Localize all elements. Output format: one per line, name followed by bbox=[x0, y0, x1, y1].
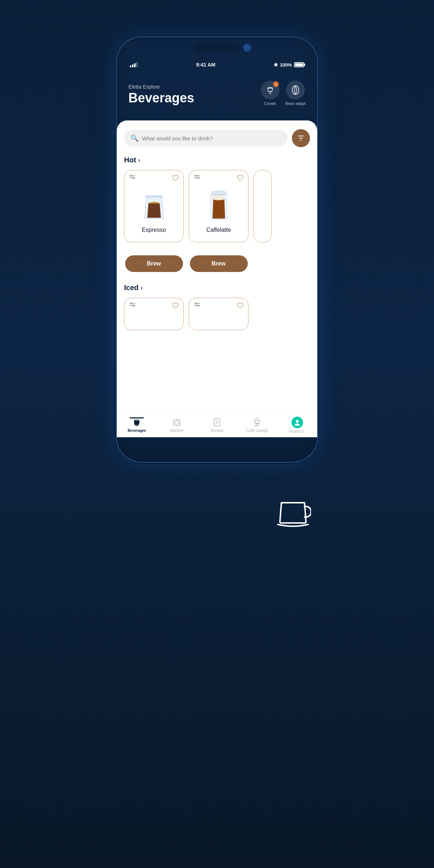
search-input[interactable] bbox=[142, 135, 281, 141]
svg-rect-21 bbox=[174, 420, 180, 426]
heart-icon-iced-2 bbox=[237, 302, 244, 309]
espresso-brew-container: Brew bbox=[124, 250, 184, 272]
svg-point-4 bbox=[133, 177, 134, 179]
nav-coffe-lounge-label: Coffe Lounge bbox=[246, 429, 268, 433]
heart-icon bbox=[172, 175, 179, 181]
caffelatte-heart-icon[interactable] bbox=[237, 175, 244, 183]
nav-machine-label: Machine bbox=[170, 429, 184, 433]
header-actions: + Create bbox=[261, 81, 306, 106]
bottom-nav: Beverages Machine bbox=[117, 413, 317, 437]
lounge-nav-icon bbox=[252, 418, 262, 427]
caffelatte-brew-button[interactable]: Brew bbox=[190, 255, 248, 272]
header-title-group: Eletta Explore Beverages bbox=[128, 84, 194, 106]
iced-card-1-top bbox=[129, 302, 179, 310]
iced-section-arrow: › bbox=[141, 285, 142, 291]
create-button[interactable]: + Create bbox=[261, 81, 280, 106]
espresso-name: Espresso bbox=[142, 227, 166, 233]
create-icon-circle: + bbox=[261, 81, 280, 99]
profile-nav-icon bbox=[292, 417, 303, 428]
svg-rect-11 bbox=[211, 192, 226, 195]
nav-beverages-label: Beverages bbox=[128, 429, 146, 433]
iced-card-2[interactable] bbox=[189, 298, 248, 330]
nav-recipes-label: Recipes bbox=[210, 429, 224, 433]
sliders-icon-iced-2 bbox=[193, 302, 201, 307]
bean-adapt-icon-circle bbox=[286, 81, 305, 99]
iced-section-header[interactable]: Iced › bbox=[117, 281, 317, 298]
signal-bars bbox=[130, 62, 138, 67]
nav-coffe-lounge[interactable]: Coffe Lounge bbox=[246, 418, 268, 433]
nav-recipes[interactable]: Recipes bbox=[206, 418, 228, 433]
bottom-coffee-cup-logo bbox=[275, 492, 311, 528]
content-scroll[interactable]: 🔍 Hot › bbox=[117, 120, 317, 437]
svg-point-20 bbox=[197, 305, 199, 306]
filter-button[interactable] bbox=[292, 129, 310, 147]
bean-adapt-button[interactable]: Bean adapt bbox=[285, 81, 306, 106]
status-bar: 9:41 AM ✱ 100% bbox=[117, 58, 317, 71]
hot-section-title: Hot bbox=[124, 156, 136, 164]
iced-heart-icon-1[interactable] bbox=[172, 302, 179, 310]
phone-frame: 9:41 AM ✱ 100% Eletta Explore Beverages … bbox=[116, 36, 318, 463]
espresso-glass-svg bbox=[141, 190, 167, 219]
iced-customize-icon-1[interactable] bbox=[129, 302, 136, 310]
status-time: 9:41 AM bbox=[196, 62, 215, 68]
bottom-logo-area bbox=[116, 492, 318, 528]
nav-profile[interactable]: Profile 01 bbox=[286, 417, 308, 434]
create-label: Create bbox=[264, 101, 276, 106]
nav-profile-label: Profile 01 bbox=[289, 430, 305, 434]
caffelatte-glass-svg bbox=[206, 189, 232, 221]
caffelatte-name: Caffelatte bbox=[206, 227, 231, 233]
iced-customize-icon-2[interactable] bbox=[193, 302, 201, 310]
search-section: 🔍 bbox=[117, 120, 317, 153]
iced-cards-row bbox=[117, 298, 317, 336]
main-content: 🔍 Hot › bbox=[117, 120, 317, 437]
espresso-brew-button[interactable]: Brew bbox=[125, 255, 183, 272]
header-subtitle: Eletta Explore bbox=[128, 84, 194, 90]
header-title: Beverages bbox=[128, 90, 194, 106]
caffelatte-card[interactable]: Caffelatte bbox=[189, 170, 248, 242]
svg-point-15 bbox=[131, 303, 132, 304]
search-icon: 🔍 bbox=[131, 134, 139, 142]
filter-icon bbox=[297, 134, 305, 142]
create-badge: + bbox=[273, 81, 279, 87]
iced-heart-icon-2[interactable] bbox=[237, 302, 244, 310]
espresso-customize-icon[interactable] bbox=[129, 175, 136, 181]
iced-card-1[interactable] bbox=[124, 298, 184, 330]
search-bar[interactable]: 🔍 bbox=[124, 130, 288, 146]
espresso-card-top bbox=[129, 175, 179, 183]
recipes-nav-icon bbox=[212, 418, 222, 427]
hot-section-header[interactable]: Hot › bbox=[117, 153, 317, 170]
beverages-nav-icon bbox=[132, 418, 141, 427]
hot-cards-row: Espresso bbox=[117, 170, 317, 250]
caffelatte-card-top bbox=[193, 175, 244, 183]
svg-point-8 bbox=[195, 175, 197, 176]
svg-point-16 bbox=[133, 305, 134, 306]
nav-machine[interactable]: Machine bbox=[166, 418, 188, 433]
svg-point-19 bbox=[195, 303, 197, 304]
nav-beverages[interactable]: Beverages bbox=[126, 418, 148, 433]
partial-card bbox=[254, 170, 272, 242]
svg-point-9 bbox=[197, 177, 199, 179]
person-icon bbox=[294, 419, 301, 426]
caffelatte-customize-icon[interactable] bbox=[193, 175, 201, 181]
dynamic-island bbox=[195, 44, 251, 52]
svg-point-12 bbox=[213, 198, 224, 200]
brew-buttons-row: Brew Brew bbox=[117, 250, 317, 272]
bean-icon bbox=[290, 85, 301, 95]
heart-icon-2 bbox=[237, 175, 244, 181]
battery-percent: 100% bbox=[280, 62, 292, 68]
espresso-image bbox=[138, 188, 170, 221]
sliders-icon-2 bbox=[193, 175, 201, 180]
status-right: ✱ 100% bbox=[274, 62, 304, 68]
espresso-heart-icon[interactable] bbox=[172, 175, 179, 183]
svg-point-0 bbox=[292, 86, 299, 94]
espresso-card[interactable]: Espresso bbox=[124, 170, 184, 242]
iced-section-title: Iced bbox=[124, 284, 139, 292]
svg-point-3 bbox=[131, 175, 132, 176]
svg-rect-22 bbox=[175, 421, 179, 424]
battery-icon bbox=[294, 62, 304, 67]
nav-active-line bbox=[129, 417, 144, 418]
caffelatte-brew-container: Brew bbox=[189, 250, 248, 272]
iced-card-2-top bbox=[193, 302, 244, 310]
bluetooth-icon: ✱ bbox=[274, 62, 278, 68]
hot-section-arrow: › bbox=[138, 157, 140, 163]
